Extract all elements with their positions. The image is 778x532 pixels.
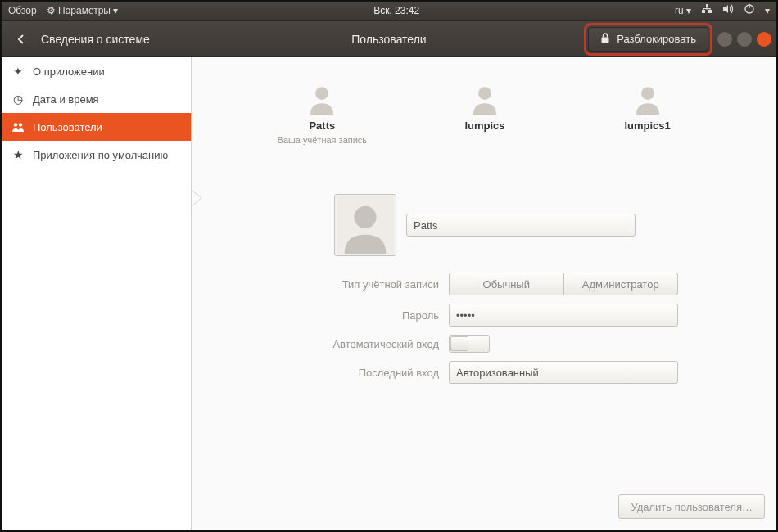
lock-icon [600,33,610,46]
user-name: lumpics1 [624,119,670,132]
svg-point-11 [19,123,22,126]
users-icon [11,122,25,132]
username-input[interactable] [406,214,636,237]
window-maximize-button[interactable] [737,32,752,47]
annotation-highlight: Разблокировать [584,23,712,56]
autologin-label: Автоматический вход [292,338,439,350]
svg-rect-8 [749,4,749,8]
app-menu-label: Параметры [58,5,111,16]
header-title: Пользователи [351,33,426,46]
sidebar-item-default-apps[interactable]: ★ Приложения по умолчанию [0,141,191,169]
sidebar-pointer [192,190,203,206]
clock[interactable]: Вск, 23:42 [118,5,675,16]
gnome-top-bar: Обзор ⚙ Параметры ▾ Вск, 23:42 ru ▾ ▾ [0,0,778,21]
account-type-label: Тип учётной записи [292,278,439,291]
svg-rect-6 [710,8,711,11]
avatar-icon [631,82,665,116]
user-card[interactable]: Patts Ваша учётная запись [273,82,371,145]
user-name: Patts [309,119,335,132]
gear-icon: ⚙ [47,5,56,16]
user-card[interactable]: lumpics [436,82,534,145]
avatar-picker[interactable] [334,194,396,256]
svg-point-16 [354,206,376,228]
svg-rect-9 [602,37,609,43]
star-icon: ★ [11,148,25,161]
password-label: Пароль [292,309,439,322]
users-list: Patts Ваша учётная запись lumpics lumpic… [192,57,778,161]
account-type-standard[interactable]: Обычный [449,273,563,295]
sidebar-item-about[interactable]: ✦ О приложении [0,57,191,85]
back-button[interactable] [7,27,36,52]
user-card[interactable]: lumpics1 [599,82,697,145]
header-back-title: Сведения о системе [41,33,150,46]
unlock-label: Разблокировать [617,33,696,45]
power-icon[interactable] [744,3,755,17]
window-close-button[interactable] [757,32,771,47]
volume-icon[interactable] [722,4,734,16]
account-type-admin[interactable]: Администратор [563,273,679,295]
user-detail-panel: Тип учётной записи Обычный Администратор… [192,194,778,384]
activities-label[interactable]: Обзор [8,5,37,16]
chevron-down-icon: ▾ [765,5,770,16]
window-header: Сведения о системе Пользователи Разблоки… [0,21,778,57]
svg-point-13 [478,87,491,100]
sidebar-item-label: Пользователи [33,121,102,133]
keyboard-layout[interactable]: ru ▾ [675,5,691,16]
user-name: lumpics [464,119,504,132]
lastlogin-label: Последний вход [292,367,439,379]
sidebar-item-label: Приложения по умолчанию [33,149,168,161]
lastlogin-field[interactable]: Авторизованный [449,361,678,384]
star-outline-icon: ✦ [11,65,25,78]
user-subtitle: Ваша учётная запись [278,135,368,145]
svg-point-14 [641,87,654,100]
sidebar-item-label: О приложении [33,65,105,78]
svg-rect-5 [703,8,704,11]
delete-user-button[interactable]: Удалить пользователя… [618,494,765,519]
unlock-button[interactable]: Разблокировать [588,27,708,52]
password-field[interactable]: ••••• [449,304,678,327]
sidebar-item-label: Дата и время [33,93,99,106]
avatar-icon [305,82,339,116]
autologin-toggle[interactable] [449,335,490,353]
sidebar-item-users[interactable]: Пользователи [0,113,191,141]
app-menu[interactable]: ⚙ Параметры ▾ [47,5,119,16]
avatar-icon [468,82,502,116]
account-type-toggle[interactable]: Обычный Администратор [449,273,678,295]
svg-rect-4 [703,8,711,9]
window-minimize-button[interactable] [717,32,732,47]
svg-point-12 [315,87,328,100]
network-icon[interactable] [701,4,712,16]
avatar-icon [337,196,394,254]
svg-point-10 [14,123,17,126]
clock-icon: ◷ [11,92,25,106]
sidebar-item-datetime[interactable]: ◷ Дата и время [0,85,191,113]
sidebar: ✦ О приложении ◷ Дата и время Пользовате… [0,57,192,532]
content-pane: Patts Ваша учётная запись lumpics lumpic… [192,57,778,532]
